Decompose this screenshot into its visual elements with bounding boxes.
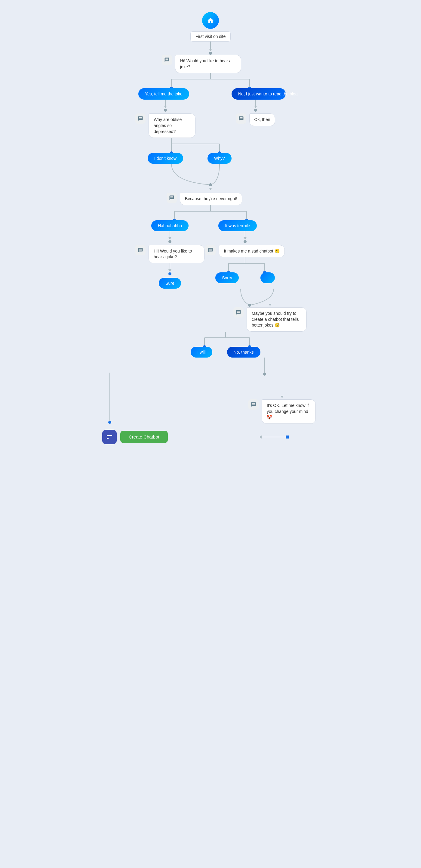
btn-terrible[interactable]: It was terrbile	[218, 220, 257, 231]
btn-yes[interactable]: Yes, tell me the joke	[138, 88, 189, 100]
svg-point-25	[248, 304, 251, 307]
bot-icon-4r	[205, 245, 216, 255]
svg-point-12	[209, 183, 212, 186]
nothanks-line	[135, 358, 286, 376]
btn-sorry[interactable]: Sorry	[215, 272, 238, 283]
btn-why[interactable]: Why?	[207, 153, 232, 164]
bot-icon-1	[162, 55, 172, 65]
bot-bubble-4l: Hi! Would you like to hear a joke?	[149, 245, 204, 264]
start-label: First visit on site	[190, 31, 231, 41]
bot-icon-4l	[135, 245, 145, 255]
bot-icon-2l	[135, 114, 145, 124]
btn-haha[interactable]: Hahhahahha	[151, 220, 189, 231]
btn-create-chatbot[interactable]: Create Chatbot	[120, 431, 168, 443]
bot-bubble-5: Maybe you should try to create a chatbot…	[247, 307, 307, 332]
btn-sure[interactable]: Sure	[159, 278, 181, 289]
converge-svg-2	[135, 289, 286, 307]
bot-icon-6	[249, 399, 259, 410]
bot-bubble-1: Hi! Would you like to hear a joke?	[175, 55, 241, 73]
home-icon	[202, 12, 219, 29]
dot-connector	[286, 435, 289, 438]
h-connector	[262, 437, 286, 437]
create-icon	[102, 430, 117, 444]
btn-ellipsis[interactable]: ...	[260, 272, 275, 283]
svg-point-33	[263, 373, 266, 376]
bot-bubble-4r: It makes me a sad chatbot 😢	[219, 245, 285, 258]
bot-icon-5	[233, 307, 244, 317]
bot-bubble-6: It's OK. Let me know if you change your …	[262, 399, 316, 424]
flow-canvas: First visit on site Hi! Would you like t…	[96, 12, 325, 856]
bot-bubble-3: Because they're never right!	[180, 193, 242, 205]
left-arrow	[259, 435, 262, 438]
btn-iwill[interactable]: I will	[191, 347, 212, 358]
btn-nothanks[interactable]: No, thanks	[227, 347, 260, 358]
bot-icon-3	[167, 193, 177, 203]
bot-icon-2r	[236, 114, 246, 124]
bot-bubble-2l: Why are obtise angles so depressed?	[149, 114, 195, 138]
btn-no[interactable]: No, I just wanto to read the blog	[232, 88, 286, 100]
bot-bubble-2r: Ok, then	[249, 114, 276, 126]
converge-svg	[135, 164, 286, 188]
btn-idontknow[interactable]: I don't know	[148, 153, 183, 164]
